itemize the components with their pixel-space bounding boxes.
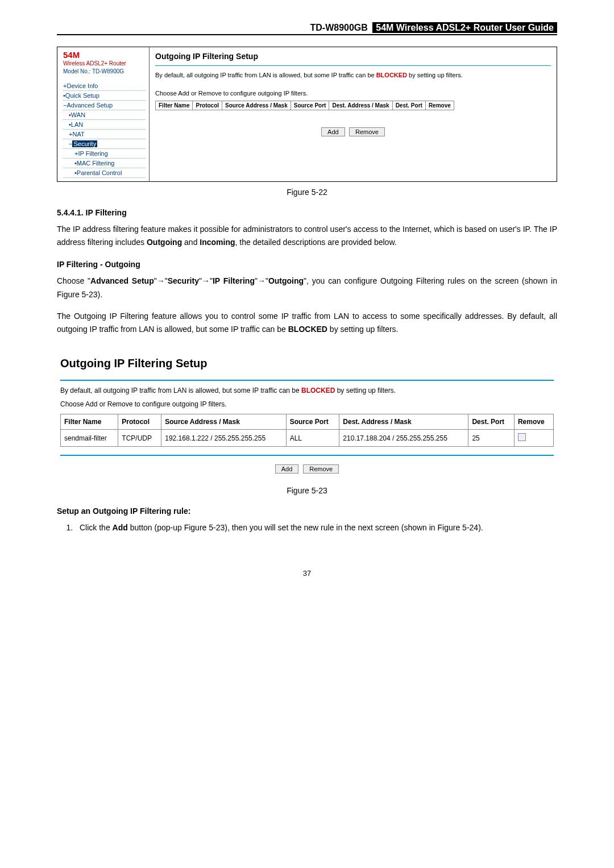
ip-filtering-intro: The IP address filtering feature makes i… (57, 223, 557, 250)
col-filter-name: Filter Name (61, 414, 118, 430)
col-src-port: Source Port (291, 101, 329, 110)
brand-subtitle: Wireless ADSL2+ Router (63, 60, 146, 67)
fig23-heading: Outgoing IP Filtering Setup (60, 357, 554, 376)
cell-dst-port: 25 (468, 430, 515, 447)
fig23-desc1: By default, all outgoing IP traffic from… (60, 387, 554, 394)
setup-step-1: Click the Add button (pop-up Figure 5-23… (75, 521, 557, 535)
col-remove: Remove (425, 101, 454, 110)
section-5-4-4-1-heading: 5.4.4.1. IP Filtering (57, 208, 557, 217)
fig23-filters-table: Filter Name Protocol Source Address / Ma… (60, 414, 554, 447)
cell-src-port: ALL (286, 430, 339, 447)
router-sidebar: 54M Wireless ADSL2+ Router Model No.: TD… (57, 47, 150, 181)
setup-rule-heading: Setup an Outgoing IP Filtering rule: (57, 506, 557, 516)
nav-nat[interactable]: NAT (72, 131, 84, 138)
col-src-addr: Source Address / Mask (222, 101, 291, 110)
ip-filtering-outgoing-heading: IP Filtering - Outgoing (57, 260, 557, 269)
doc-header: TD-W8900GB 54M Wireless ADSL2+ Router Us… (57, 23, 557, 35)
brand-model: Model No.: TD-W8900G (63, 68, 146, 74)
col-protocol: Protocol (118, 414, 161, 430)
fig22-desc2: Choose Add or Remove to configure outgoi… (155, 89, 551, 99)
figure-5-23-caption: Figure 5-23 (57, 486, 557, 495)
fig22-filters-table: Filter Name Protocol Source Address / Ma… (155, 101, 454, 110)
figure-5-22-caption: Figure 5-22 (57, 188, 557, 197)
nav-lan[interactable]: LAN (71, 121, 83, 128)
fig22-add-button[interactable]: Add (321, 127, 345, 136)
col-dst-port: Dest. Port (468, 414, 515, 430)
header-title: 54M Wireless ADSL2+ Router User Guide (372, 22, 557, 33)
cell-remove-checkbox[interactable] (514, 430, 553, 447)
fig22-remove-button[interactable]: Remove (349, 127, 385, 136)
nav-advanced-setup[interactable]: Advanced Setup (67, 102, 113, 109)
cell-dst-addr: 210.17.188.204 / 255.255.255.255 (339, 430, 468, 447)
brand-54m: 54M (63, 51, 146, 60)
nav-quick-setup[interactable]: Quick Setup (65, 92, 99, 99)
col-protocol: Protocol (193, 101, 222, 110)
col-dst-addr: Dest. Address / Mask (329, 101, 392, 110)
nav-parental-control[interactable]: Parental Control (77, 169, 122, 176)
figure-5-23-screenshot: Outgoing IP Filtering Setup By default, … (57, 354, 557, 480)
nav-mac-filtering[interactable]: MAC Filtering (77, 160, 115, 167)
outgoing-desc-para: The Outgoing IP Filtering feature allows… (57, 310, 557, 337)
fig23-desc2: Choose Add or Remove to configure outgoi… (60, 400, 554, 408)
fig22-heading: Outgoing IP Filtering Setup (155, 52, 551, 66)
cell-src-addr: 192.168.1.222 / 255.255.255.255 (161, 430, 286, 447)
col-dst-port: Dest. Port (392, 101, 425, 110)
nav-security[interactable]: Security (72, 140, 97, 147)
fig23-remove-button[interactable]: Remove (303, 464, 339, 474)
nav-device-info[interactable]: Device Info (67, 82, 98, 89)
col-dst-addr: Dest. Address / Mask (339, 414, 468, 430)
cell-protocol: TCP/UDP (118, 430, 161, 447)
fig23-add-button[interactable]: Add (275, 464, 299, 474)
outgoing-path-para: Choose "Advanced Setup"→"Security"→"IP F… (57, 275, 557, 302)
page-number: 37 (57, 569, 557, 578)
col-filter-name: Filter Name (156, 101, 193, 110)
fig22-desc1: By default, all outgoing IP traffic from… (155, 70, 551, 81)
header-model: TD-W8900GB (310, 23, 367, 32)
col-src-port: Source Port (286, 414, 339, 430)
nav-ip-filtering[interactable]: IP Filtering (78, 150, 107, 157)
nav-tree: Device Info Quick Setup Advanced Setup •… (63, 81, 146, 178)
col-src-addr: Source Address / Mask (161, 414, 286, 430)
col-remove: Remove (514, 414, 553, 430)
nav-wan[interactable]: WAN (71, 111, 85, 118)
table-row: sendmail-filter TCP/UDP 192.168.1.222 / … (61, 430, 554, 447)
cell-filter-name: sendmail-filter (61, 430, 118, 447)
figure-5-22-screenshot: 54M Wireless ADSL2+ Router Model No.: TD… (57, 47, 557, 182)
